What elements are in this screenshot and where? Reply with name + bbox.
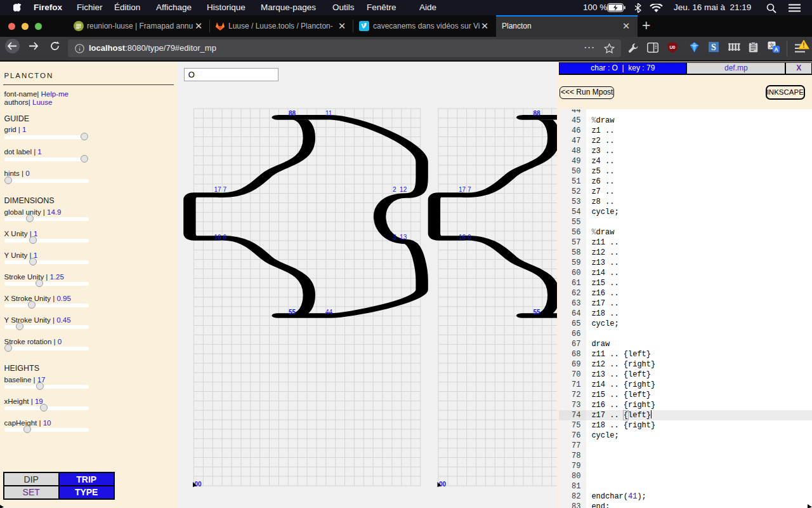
svg-text:16 6: 16 6 xyxy=(459,234,471,241)
svg-text:S: S xyxy=(711,43,716,52)
svg-text:88: 88 xyxy=(289,110,296,117)
svg-text:3 13: 3 13 xyxy=(393,234,407,241)
svg-text:16 6: 16 6 xyxy=(214,234,227,241)
svg-text:55: 55 xyxy=(289,309,296,316)
svg-text:44: 44 xyxy=(325,309,333,316)
svg-text:17 7: 17 7 xyxy=(214,186,227,193)
svg-text:2 12: 2 12 xyxy=(393,186,407,193)
svg-text:00: 00 xyxy=(439,481,447,488)
svg-text:11: 11 xyxy=(325,110,332,117)
svg-text:!: ! xyxy=(802,42,804,49)
svg-text:00: 00 xyxy=(195,481,202,488)
svg-text:U0: U0 xyxy=(670,45,676,50)
svg-text:17 7: 17 7 xyxy=(459,186,471,193)
svg-text:A: A xyxy=(774,46,778,53)
svg-text:88: 88 xyxy=(534,110,541,117)
svg-text:55: 55 xyxy=(534,309,541,316)
